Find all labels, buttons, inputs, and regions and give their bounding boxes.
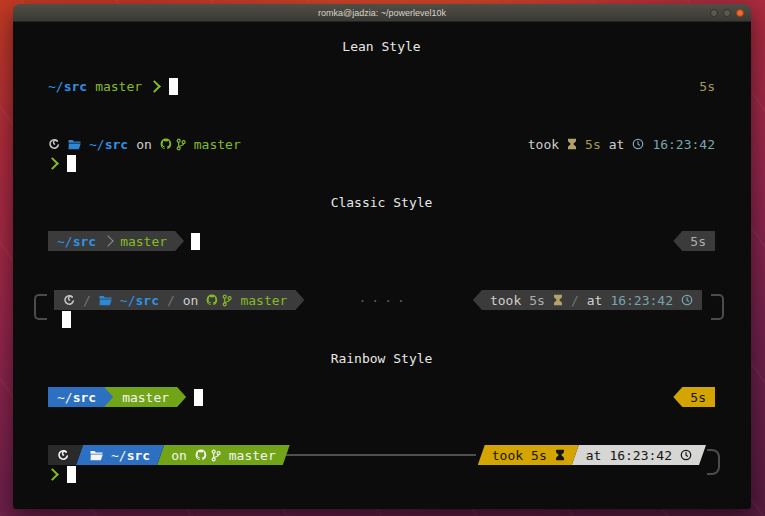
lean-prompt-twoline-top: ~/src on master took — [48, 134, 715, 154]
duration-badge: 5s — [529, 293, 545, 308]
clock-icon — [632, 138, 644, 150]
on-label: on — [171, 448, 187, 463]
prompt-chevron-icon — [46, 157, 59, 170]
block-cursor — [67, 466, 76, 483]
right-segment: took 5s / at 16:23:42 — [473, 290, 702, 310]
cwd: ~/src — [57, 390, 96, 405]
git-branch-name: master — [240, 293, 287, 308]
prompt-chevron-icon — [148, 80, 161, 93]
gap-filler-line — [285, 454, 476, 456]
path-segment: ~/src — [48, 387, 113, 407]
minimize-button[interactable] — [710, 9, 718, 17]
path-segment: ~/src — [76, 445, 164, 465]
separator-slash: / — [167, 293, 175, 308]
separator-slash: / — [571, 293, 579, 308]
time-value: 16:23:42 — [609, 448, 672, 463]
time-value: 16:23:42 — [610, 293, 673, 308]
branch-segment: on master — [157, 445, 290, 465]
folder-icon — [68, 139, 81, 150]
took-label: took — [492, 448, 523, 463]
cwd: ~/src — [48, 79, 87, 94]
took-label: took — [490, 293, 521, 308]
prompt-frame-right — [711, 294, 724, 320]
at-label: at — [587, 293, 603, 308]
github-icon — [160, 138, 172, 150]
lean-section-heading: Lean Style — [48, 36, 715, 56]
took-label: took — [528, 137, 559, 152]
prompt-frame-right — [707, 449, 720, 475]
os-swirl-icon — [48, 138, 60, 150]
git-branch-icon — [211, 449, 221, 462]
terminal-viewport[interactable]: Lean Style ~/src master 5s — [13, 22, 751, 509]
clock-icon — [681, 294, 693, 306]
on-label: on — [136, 137, 152, 152]
git-branch-icon — [222, 294, 232, 307]
hourglass-icon — [553, 294, 563, 306]
classic-prompt-twoline-bottom — [48, 309, 715, 329]
section-title: Classic Style — [331, 195, 433, 210]
window-controls — [710, 4, 744, 21]
lean-prompt-oneline: ~/src master 5s — [48, 76, 715, 96]
block-cursor — [62, 311, 71, 328]
window-title: romka@jadzia: ~/powerlevel10k — [318, 8, 446, 18]
duration-badge: 5s — [585, 137, 601, 152]
os-swirl-icon — [57, 449, 69, 461]
git-branch-name: master — [95, 79, 142, 94]
cwd: ~/src — [120, 293, 159, 308]
window-titlebar[interactable]: romka@jadzia: ~/powerlevel10k — [13, 4, 751, 22]
cwd: ~/src — [111, 448, 150, 463]
left-segment: / ~/src / on — [54, 290, 304, 310]
on-label: on — [183, 293, 199, 308]
hourglass-icon — [567, 138, 577, 150]
at-label: at — [586, 448, 602, 463]
hourglass-icon — [555, 449, 565, 461]
classic-prompt-oneline: ~/src master 5s — [48, 231, 715, 251]
duration-badge: 5s — [690, 234, 706, 249]
folder-icon — [99, 295, 112, 306]
time-value: 16:23:42 — [652, 137, 715, 152]
lean-prompt-twoline-bottom — [48, 153, 715, 173]
classic-section-heading: Classic Style — [48, 192, 715, 212]
cwd: ~/src — [89, 137, 128, 152]
git-branch-name: master — [122, 390, 169, 405]
path-segment: ~/src master — [48, 231, 184, 251]
git-branch-name: master — [194, 137, 241, 152]
git-branch-icon — [176, 138, 186, 151]
maximize-button[interactable] — [723, 9, 731, 17]
os-swirl-icon — [63, 294, 75, 306]
folder-icon — [90, 450, 103, 461]
time-segment: at 16:23:42 — [572, 445, 706, 465]
section-title: Rainbow Style — [331, 351, 433, 366]
block-cursor — [169, 78, 178, 95]
duration-segment: 5s — [673, 387, 715, 407]
duration-segment: 5s — [673, 231, 715, 251]
block-cursor — [67, 155, 76, 172]
branch-segment: master — [104, 387, 186, 407]
duration-badge: 5s — [699, 79, 715, 94]
duration-badge: 5s — [531, 448, 547, 463]
duration-segment: took 5s — [478, 445, 579, 465]
clock-icon — [680, 449, 692, 461]
block-cursor — [194, 389, 203, 406]
terminal-window: romka@jadzia: ~/powerlevel10k Lean Style… — [13, 4, 751, 509]
gap-filler-dots: ···· — [359, 293, 410, 308]
separator-chevron-icon — [102, 235, 113, 246]
prompt-frame-left — [34, 294, 47, 320]
block-cursor — [191, 233, 200, 250]
section-title: Lean Style — [342, 39, 420, 54]
prompt-chevron-icon — [46, 468, 59, 481]
github-icon — [206, 294, 218, 306]
separator-slash: / — [83, 293, 91, 308]
desktop-wallpaper: romka@jadzia: ~/powerlevel10k Lean Style… — [0, 0, 765, 516]
at-label: at — [609, 137, 625, 152]
git-branch-name: master — [120, 234, 167, 249]
rainbow-prompt-twoline-bottom — [48, 464, 715, 484]
rainbow-prompt-oneline: ~/src master 5s — [48, 387, 715, 407]
close-button[interactable] — [736, 9, 744, 17]
cwd: ~/src — [57, 234, 96, 249]
github-icon — [195, 449, 207, 461]
rainbow-section-heading: Rainbow Style — [48, 348, 715, 368]
git-branch-name: master — [229, 448, 276, 463]
duration-badge: 5s — [690, 390, 706, 405]
classic-prompt-twoline-top: / ~/src / on — [48, 290, 702, 310]
